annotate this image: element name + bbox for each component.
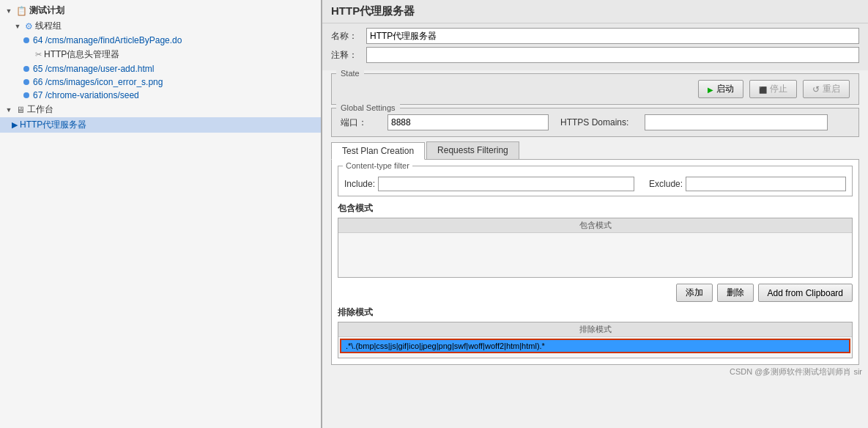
http-header-label: HTTP信息头管理器: [44, 48, 119, 61]
port-input[interactable]: [387, 114, 549, 130]
tree-item-url-66[interactable]: 66 /cms/images/icon_error_s.png: [0, 75, 321, 89]
state-title: State: [336, 68, 364, 78]
add-label: 添加: [686, 287, 703, 299]
url-66-icon: [23, 77, 31, 87]
exclude-pattern-item[interactable]: .*\.(bmp|css|js|gif|ico|jpeg|png|swf|wof…: [340, 339, 850, 353]
test-plan-label: 测试计划: [29, 4, 64, 17]
comment-input[interactable]: [366, 47, 859, 63]
stop-button[interactable]: 停止: [749, 80, 797, 98]
global-settings-title: Global Settings: [336, 103, 400, 113]
workbench-icon: 🖥: [16, 105, 25, 115]
state-section: State 启动 停止 重启: [331, 73, 859, 105]
content-type-filter: Content-type filter Include: Exclude:: [338, 166, 853, 196]
url-66-label: 66 /cms/images/icon_error_s.png: [33, 77, 163, 87]
test-plan-icon: 📋: [16, 6, 27, 16]
panel-title: HTTP代理服务器: [331, 4, 415, 17]
tab-requests-filtering-label: Requests Filtering: [437, 145, 508, 155]
url-67-icon: [23, 90, 31, 100]
url-67-label: 67 /chrome-variations/seed: [33, 90, 139, 100]
global-settings-section: Global Settings 端口： HTTPS Domains:: [331, 108, 859, 137]
tree-item-http-proxy[interactable]: ▶ HTTP代理服务器: [0, 117, 321, 133]
url-65-label: 65 /cms/manage/user-add.html: [33, 64, 154, 74]
restart-icon: [812, 84, 820, 95]
play-icon: [708, 84, 713, 95]
include-pattern-list: 包含模式: [338, 218, 853, 278]
delete-label: 删除: [727, 287, 744, 299]
tabs-container: Test Plan Creation Requests Filtering: [331, 141, 859, 160]
content-type-filter-title: Content-type filter: [343, 160, 412, 171]
thread-group-icon: ⚙: [25, 21, 33, 32]
tab-test-plan-creation-label: Test Plan Creation: [342, 146, 414, 156]
workbench-label: 工作台: [27, 103, 53, 116]
global-settings-content: 端口： HTTPS Domains:: [332, 114, 858, 136]
name-section: 名称： 注释：: [322, 23, 868, 70]
tree-item-url-64[interactable]: 64 /cms/manage/findArticleByPage.do: [0, 34, 321, 47]
restart-button[interactable]: 重启: [803, 80, 850, 98]
exclude-pattern-body: .*\.(bmp|css|js|gif|ico|jpeg|png|swf|wof…: [338, 337, 852, 355]
delete-button[interactable]: 删除: [717, 284, 754, 302]
right-panel: HTTP代理服务器 名称： 注释： State 启动 停止 重启: [322, 0, 868, 428]
watermark: CSDN @多测师软件测试培训师肖 sir: [322, 365, 868, 379]
url-64-icon: [23, 35, 31, 45]
name-label: 名称：: [331, 30, 360, 43]
include-pattern-section: 包含模式 包含模式: [338, 202, 853, 278]
exclude-pattern-title: 排除模式: [338, 306, 853, 319]
panel-header: HTTP代理服务器: [322, 0, 868, 23]
comment-row: 注释：: [331, 47, 859, 63]
exclude-pattern-section: 排除模式 排除模式 .*\.(bmp|css|js|gif|ico|jpeg|p…: [338, 306, 853, 358]
tab-content: Content-type filter Include: Exclude: 包含…: [331, 160, 859, 365]
left-panel: 📋 测试计划 ⚙ 线程组 64 /cms/manage/findArticleB…: [0, 0, 322, 428]
https-input[interactable]: [645, 114, 828, 130]
watermark-text: CSDN @多测师软件测试培训师肖 sir: [730, 367, 862, 376]
thread-group-label: 线程组: [35, 20, 62, 32]
name-row: 名称：: [331, 28, 859, 44]
start-label: 启动: [716, 83, 734, 95]
include-pattern-body: [338, 233, 852, 277]
include-pattern-header: 包含模式: [338, 218, 852, 233]
expand-icon: [3, 5, 15, 17]
stop-icon: [759, 84, 767, 95]
tab-test-plan-creation[interactable]: Test Plan Creation: [331, 142, 425, 160]
add-from-clipboard-button[interactable]: Add from Clipboard: [758, 284, 853, 302]
tree-item-url-65[interactable]: 65 /cms/manage/user-add.html: [0, 62, 321, 75]
tree-item-test-plan[interactable]: 📋 测试计划: [0, 3, 321, 18]
action-buttons-row: 添加 删除 Add from Clipboard: [338, 284, 853, 302]
restart-label: 重启: [823, 83, 840, 95]
tree-item-http-header[interactable]: ✂ HTTP信息头管理器: [0, 47, 321, 62]
exclude-pattern-header: 排除模式: [338, 322, 852, 337]
url-65-icon: [23, 64, 31, 74]
filter-row: Include: Exclude:: [338, 177, 852, 196]
tree-item-workbench[interactable]: 🖥 工作台: [0, 102, 321, 117]
tree-item-url-67[interactable]: 67 /chrome-variations/seed: [0, 89, 321, 102]
scissors-icon: ✂: [35, 50, 42, 59]
include-input[interactable]: [378, 177, 634, 191]
name-input[interactable]: [366, 28, 859, 44]
tab-requests-filtering[interactable]: Requests Filtering: [426, 141, 519, 159]
exclude-label: Exclude:: [649, 179, 683, 189]
state-buttons: 启动 停止 重启: [332, 80, 858, 104]
start-button[interactable]: 启动: [698, 80, 743, 98]
proxy-icon: ▶: [12, 120, 18, 130]
url-64-label: 64 /cms/manage/findArticleByPage.do: [33, 35, 182, 45]
stop-label: 停止: [770, 83, 787, 95]
exclude-pattern-list: 排除模式 .*\.(bmp|css|js|gif|ico|jpeg|png|sw…: [338, 322, 853, 358]
add-button[interactable]: 添加: [676, 284, 713, 302]
include-label: Include:: [344, 179, 375, 189]
exclude-input[interactable]: [686, 177, 846, 191]
clipboard-label: Add from Clipboard: [768, 288, 843, 298]
port-label: 端口：: [341, 117, 370, 129]
comment-label: 注释：: [331, 49, 360, 62]
tree-item-thread-group[interactable]: ⚙ 线程组: [0, 18, 321, 34]
http-proxy-label: HTTP代理服务器: [20, 119, 86, 131]
include-pattern-title: 包含模式: [338, 202, 853, 215]
workbench-expand-icon: [3, 104, 15, 116]
expand-icon-2: [12, 21, 23, 32]
https-label: HTTPS Domains:: [560, 117, 628, 128]
